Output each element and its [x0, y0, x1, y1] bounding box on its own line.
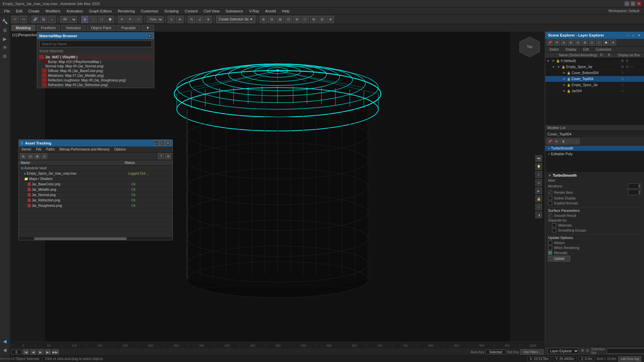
se-icon5[interactable]: ⊠ — [582, 40, 588, 46]
frame-input[interactable] — [11, 350, 21, 354]
mb-row-bump[interactable]: Bump: Map #10 (VRayNormalMap ) — [38, 59, 153, 64]
se-icon1[interactable]: 👁 — [554, 40, 560, 46]
extra-btn[interactable]: ⊕ — [327, 16, 334, 23]
filter-dropdown[interactable]: All — [60, 16, 77, 23]
se-select-btn[interactable]: Select — [547, 47, 561, 52]
se-row-espice[interactable]: ▼ 👁 🔒 Empty_Spice_Jar ⊞ ⊟ □ — [545, 64, 644, 70]
tab-modeling[interactable]: Modeling — [11, 25, 35, 31]
redo-btn[interactable]: ↪ — [20, 16, 27, 23]
left-tool-hierarchy[interactable]: ⊞ — [1, 26, 9, 34]
use-pivot-btn[interactable]: ⊙ — [168, 16, 175, 23]
menu-rendering[interactable]: Rendering — [115, 8, 138, 14]
mb-row-reflection[interactable]: Reflection.roughness: Map #8 (Jar_Roughn… — [38, 78, 153, 82]
vis-espice2[interactable]: 👁 — [561, 83, 566, 87]
toggle-espice[interactable]: ▼ — [551, 65, 556, 69]
material-editor-btn[interactable]: ⬡ — [302, 16, 309, 23]
se-row-cover-top[interactable]: 👁 🔒 Cover_Top004 ⊞ □ — [545, 76, 644, 82]
mirror-btn[interactable]: ⊞ — [260, 16, 267, 23]
freeze-cover-bottom[interactable]: 🔒 — [566, 71, 571, 75]
ts-smooth-groups-check[interactable] — [552, 228, 556, 232]
at-tool-3[interactable]: ⊠ — [34, 153, 40, 159]
minimize-btn[interactable]: ─ — [625, 1, 629, 6]
move-btn[interactable]: ✛ — [118, 16, 125, 23]
freeze-jar004[interactable]: 🔒 — [566, 89, 571, 93]
vis-espice[interactable]: 👁 — [556, 65, 561, 69]
ts-smooth-result-check[interactable] — [548, 214, 552, 218]
menu-create[interactable]: Create — [26, 8, 42, 14]
ts-iters-input[interactable] — [628, 183, 641, 189]
mod-tool-configure[interactable]: ⚙ — [553, 138, 559, 144]
se-row-jar004[interactable]: 👁 🔒 Jar004 □ — [545, 88, 644, 94]
timeline-track[interactable]: 0 50 100 150 200 250 300 350 400 450 500… — [10, 343, 545, 349]
ts-materials-check[interactable] — [552, 223, 556, 227]
se-bottom-icon2[interactable]: ⊟ — [586, 348, 589, 354]
mod-editable-poly[interactable]: ● Editable Poly — [545, 151, 644, 157]
left-tool-utilities[interactable]: ⚙ — [1, 52, 9, 60]
go-start-btn[interactable]: |◀ — [23, 349, 29, 355]
at-row-vault[interactable]: ⊞ Autodesk Vault — [19, 166, 172, 171]
view-dropdown[interactable]: View — [147, 16, 163, 23]
se-maximize-btn[interactable]: □ — [631, 33, 636, 38]
ts-always-check[interactable] — [548, 241, 552, 245]
at-menu-options[interactable]: Options — [113, 147, 127, 152]
vis-default[interactable]: 👁 — [551, 59, 555, 63]
vp-icon-lock[interactable]: 🔒 — [535, 195, 542, 202]
menu-vray[interactable]: V-Ray — [247, 8, 262, 14]
se-row-default[interactable]: ▼ 👁 🔒 0 (default) ⊞ ⊟ — [545, 58, 644, 64]
se-icon2[interactable]: ⊕ — [561, 40, 567, 46]
se-icon3[interactable]: ⊞ — [568, 40, 574, 46]
at-row-maps[interactable]: 📁 Maps / Shaders — [19, 176, 172, 182]
vis-jar004[interactable]: 👁 — [561, 89, 566, 93]
mod-tool-delete[interactable]: 🗑 — [560, 138, 566, 144]
at-menu-file[interactable]: File — [35, 147, 43, 152]
at-close-btn[interactable]: ✕ — [166, 141, 170, 145]
se-icon9[interactable]: ★ — [610, 40, 616, 46]
selected-input[interactable] — [486, 350, 506, 354]
mod-turbosmooth[interactable]: ● TurboSmooth — [545, 145, 644, 151]
mod-tool-down[interactable]: ↓ — [574, 138, 580, 144]
bind-to-space-warp-btn[interactable]: ⌂ — [48, 16, 56, 23]
at-tool-settings[interactable]: ⚙ — [165, 153, 171, 159]
toggle-default[interactable]: ▼ — [545, 59, 551, 63]
menu-help[interactable]: Help — [279, 8, 292, 14]
at-tool-help[interactable]: ? — [158, 153, 164, 159]
at-row-refrection[interactable]: 🖼 Jar_Refrection.png Ok — [19, 198, 172, 203]
schematic-btn[interactable]: ⊞ — [293, 16, 301, 23]
scale-btn[interactable]: ⬡ — [135, 16, 142, 23]
at-row-file[interactable]: ▸ Empty_Spice_Jar_max_vray.max Logged Ou… — [19, 171, 172, 176]
snap-toggle-btn[interactable]: ⊕ — [205, 16, 212, 23]
se-edit-btn[interactable]: Edit — [581, 47, 591, 52]
select-obj-btn[interactable]: ⊕ — [81, 16, 89, 23]
vp-icon-settings[interactable]: ⚙ — [535, 179, 542, 186]
at-tool-2[interactable]: ⊟ — [27, 153, 33, 159]
mb-close-btn[interactable]: ✕ — [147, 34, 152, 38]
se-row-espice2[interactable]: 👁 🔒 Empty_Spice_Jar □ — [545, 82, 644, 88]
se-icon8[interactable]: ⬢ — [603, 40, 609, 46]
left-tool-display[interactable]: 👁 — [1, 44, 9, 52]
left-tool-options2[interactable]: ◀ — [1, 346, 9, 354]
play-btn[interactable]: ▶ — [38, 349, 44, 355]
at-tool-1[interactable]: ⊞ — [20, 153, 26, 159]
at-maximize-btn[interactable]: □ — [160, 141, 165, 145]
close-btn[interactable]: ✕ — [637, 1, 641, 6]
curve-editor-btn[interactable]: ⊡ — [285, 16, 292, 23]
menu-customize[interactable]: Customize — [138, 8, 161, 14]
menu-scripting[interactable]: Scripting — [162, 8, 181, 14]
se-bottom-icon1[interactable]: ⊞ — [581, 348, 584, 354]
mb-row-metalness[interactable]: Metalness: Map #7 (Jar_Metallic.png) — [38, 73, 153, 78]
vp-icon-camera[interactable]: 📷 — [535, 155, 542, 162]
vis-cover-bottom[interactable]: 👁 — [561, 71, 566, 75]
vp-icon-light[interactable]: 💡 — [535, 163, 542, 170]
select-pivot-btn[interactable]: ⊕ — [176, 16, 183, 23]
tab-object-paint[interactable]: Object Paint — [87, 25, 116, 31]
menu-graph-editors[interactable]: Graph Editors — [86, 8, 114, 14]
tab-freeform[interactable]: Freeform — [37, 25, 60, 31]
menu-edit[interactable]: Edit — [13, 8, 25, 14]
menu-file[interactable]: File — [1, 8, 13, 14]
menu-arnold[interactable]: Arnold — [263, 8, 279, 14]
tab-selection[interactable]: Selection — [61, 25, 85, 31]
at-tool-4[interactable]: ⊡ — [41, 153, 47, 159]
at-menu-bitmap-perf[interactable]: Bitmap Performance and Memory — [58, 147, 111, 152]
vis-cover-top[interactable]: 👁 — [561, 77, 566, 81]
left-tool-motion[interactable]: ▶ — [1, 35, 9, 43]
